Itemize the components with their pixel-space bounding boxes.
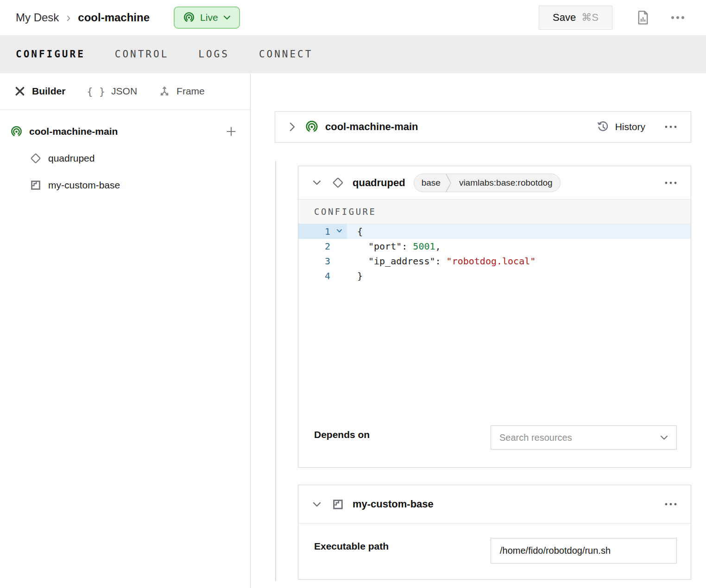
history-button-label: History: [615, 121, 645, 132]
code-line: 3 "ip_address": "robotdog.local": [298, 254, 691, 269]
code-token: ,: [435, 241, 441, 252]
component-type-badge: base: [414, 178, 445, 188]
code-line: 2 "port": 5001,: [298, 239, 691, 254]
tree-item-quadruped[interactable]: quadruped: [0, 145, 250, 172]
module-card: my-custom-base Executable path: [298, 485, 691, 580]
tab-configure[interactable]: CONFIGURE: [16, 49, 85, 60]
ellipsis-icon: [665, 125, 677, 128]
live-status-dropdown[interactable]: Live: [174, 6, 240, 29]
machine-part-card: cool-machine-main History: [275, 111, 691, 143]
collapse-chevron-down-icon[interactable]: [312, 180, 321, 186]
ellipsis-icon: [665, 503, 677, 506]
history-clock-icon: [597, 120, 610, 133]
machine-part-icon: [10, 125, 23, 138]
chevron-down-icon: [223, 15, 231, 20]
tree-item-my-custom-base[interactable]: my-custom-base: [0, 172, 250, 199]
breadcrumb-root-link[interactable]: My Desk: [16, 11, 59, 24]
code-line: 4 }: [298, 269, 691, 283]
component-type-model-badge: base viamlabs:base:robotdog: [414, 174, 561, 192]
add-resource-button[interactable]: [225, 125, 237, 138]
mode-frame-label: Frame: [176, 86, 205, 97]
line-number: 4: [325, 270, 330, 281]
code-line: 1 {: [298, 224, 691, 239]
expand-chevron-right-icon[interactable]: [289, 122, 296, 132]
code-token-number: 5001: [413, 241, 435, 252]
line-number: 3: [325, 256, 330, 267]
machine-part-icon: [183, 12, 195, 24]
crossed-tools-icon: [14, 85, 26, 97]
save-button[interactable]: Save ⌘S: [539, 6, 612, 30]
module-icon: [332, 498, 344, 511]
code-fold-chevron-icon[interactable]: [336, 229, 342, 233]
mode-builder[interactable]: Builder: [14, 85, 65, 97]
tab-connect[interactable]: CONNECT: [259, 49, 313, 60]
configure-section-label: CONFIGURE: [298, 200, 691, 224]
document-chart-icon: [637, 10, 649, 25]
mode-builder-label: Builder: [32, 86, 65, 97]
machine-part-icon: [305, 120, 319, 134]
line-number: 1: [325, 226, 330, 237]
component-diamond-icon: [30, 152, 42, 164]
breadcrumb-separator: ›: [66, 12, 70, 24]
code-token: :: [402, 241, 413, 252]
machine-logs-report-button[interactable]: [637, 10, 649, 25]
badge-divider-chevron: [445, 174, 452, 192]
header-overflow-menu-button[interactable]: [671, 16, 685, 19]
depends-on-label: Depends on: [314, 429, 370, 440]
search-resources-input[interactable]: [499, 432, 660, 443]
code-token: {: [357, 226, 363, 237]
component-diamond-icon: [332, 176, 344, 189]
module-icon: [30, 179, 42, 191]
tree-item-label: cool-machine-main: [29, 126, 118, 137]
component-card-header: quadruped base viamlabs:base:robotdog: [298, 166, 691, 200]
tab-logs[interactable]: LOGS: [198, 49, 229, 60]
machine-part-title: cool-machine-main: [325, 121, 418, 133]
ellipsis-icon: [665, 181, 677, 184]
attributes-json-editor[interactable]: 1 { 2 "port": 5001, 3 "ip_addr: [298, 224, 691, 283]
code-token: :: [435, 256, 447, 267]
json-braces-icon: { }: [87, 86, 105, 97]
component-title: quadruped: [353, 177, 405, 189]
code-token: }: [357, 270, 363, 281]
tree-item-machine-part[interactable]: cool-machine-main: [0, 118, 250, 145]
code-token-string: "robotdog.local": [447, 256, 536, 267]
line-number: 2: [325, 241, 330, 252]
code-token: "ip_address": [368, 256, 435, 267]
frame-axes-icon: [158, 85, 170, 97]
configure-main-panel: cool-machine-main History: [251, 73, 706, 588]
chevron-down-icon: [660, 435, 668, 440]
executable-path-input[interactable]: [491, 538, 677, 563]
tree-item-label: my-custom-base: [48, 180, 120, 191]
save-shortcut-hint: ⌘S: [581, 12, 599, 24]
configure-sidebar: Builder { } JSON Frame: [0, 73, 251, 588]
module-title: my-custom-base: [353, 498, 434, 510]
nesting-guide-line: [275, 161, 276, 581]
resource-tree: cool-machine-main quadruped: [0, 110, 250, 199]
save-button-label: Save: [553, 12, 576, 24]
history-button[interactable]: History: [597, 120, 645, 133]
code-token: "port": [368, 241, 402, 252]
component-card-menu-button[interactable]: [665, 181, 677, 184]
mode-json[interactable]: { } JSON: [87, 86, 137, 97]
machine-tab-bar: CONFIGURE CONTROL LOGS CONNECT: [0, 35, 706, 73]
component-model-badge: viamlabs:base:robotdog: [452, 178, 560, 188]
depends-on-select[interactable]: [491, 425, 677, 450]
module-card-menu-button[interactable]: [665, 503, 677, 506]
mode-json-label: JSON: [111, 86, 137, 97]
breadcrumb-machine-name: cool-machine: [78, 11, 150, 24]
plus-icon: [225, 125, 237, 138]
mode-frame[interactable]: Frame: [158, 85, 205, 97]
view-mode-toggle: Builder { } JSON Frame: [0, 73, 250, 110]
live-status-label: Live: [200, 12, 218, 23]
executable-path-label: Executable path: [314, 541, 389, 552]
tree-item-label: quadruped: [48, 153, 95, 164]
module-card-header: my-custom-base: [298, 485, 691, 524]
tab-control[interactable]: CONTROL: [115, 49, 169, 60]
quadruped-component-card: quadruped base viamlabs:base:robotdog: [298, 166, 691, 468]
top-header: My Desk › cool-machine Live Save ⌘S: [0, 0, 706, 35]
collapse-chevron-down-icon[interactable]: [312, 501, 321, 507]
ellipsis-icon: [671, 16, 685, 19]
part-card-menu-button[interactable]: [665, 125, 677, 128]
